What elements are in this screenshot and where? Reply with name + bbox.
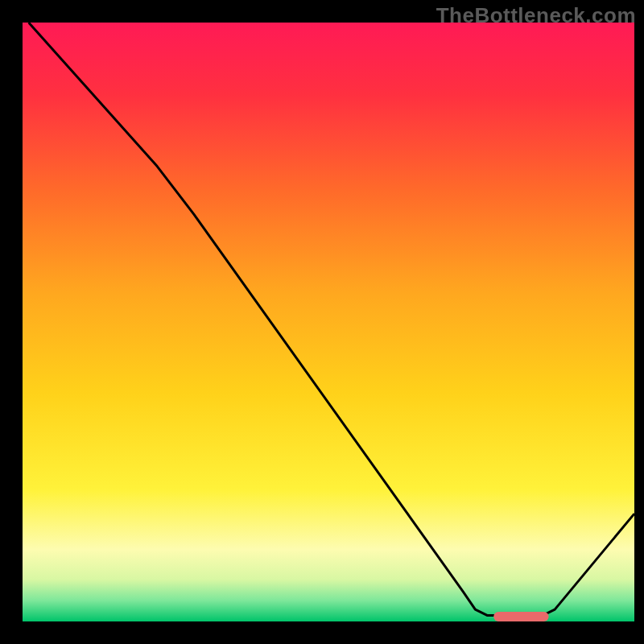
optimal-range bbox=[493, 612, 548, 621]
watermark-text: TheBottleneck.com bbox=[436, 3, 636, 28]
bottleneck-chart bbox=[0, 0, 644, 644]
chart-frame: TheBottleneck.com bbox=[0, 0, 644, 644]
gradient-background bbox=[23, 23, 634, 621]
